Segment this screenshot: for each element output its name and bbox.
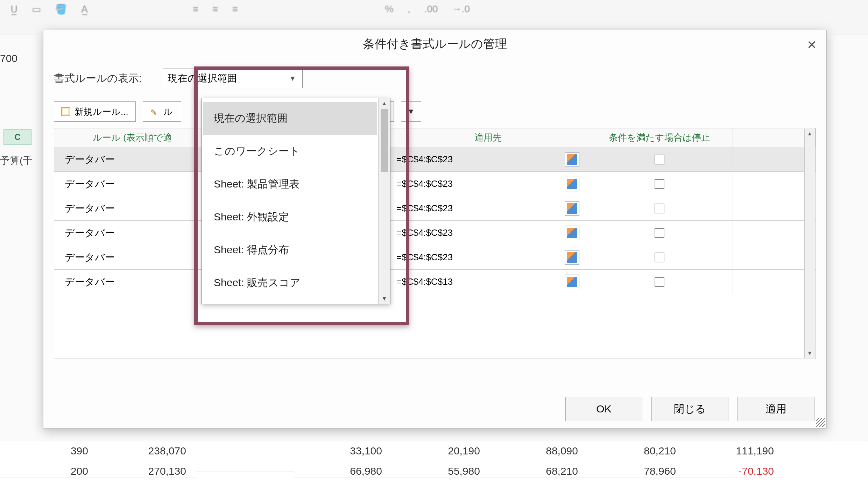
applies-to-cell[interactable]: =$C$4:$C$23 [390, 245, 586, 269]
border-icon: ▭ [32, 3, 41, 15]
fill-icon: 🪣 [55, 3, 67, 15]
header-applies-to: 適用先 [390, 128, 586, 147]
range-picker-icon[interactable] [565, 226, 579, 240]
table-row[interactable]: データバー =$C$4:$C$23 [54, 196, 816, 221]
align-left-icon: ≡ [193, 3, 198, 15]
header-spacer [733, 128, 816, 147]
close-icon[interactable]: ✕ [807, 38, 817, 52]
cell: 78,960 [588, 465, 686, 478]
resize-handle-icon[interactable] [816, 418, 825, 427]
scroll-thumb[interactable] [381, 109, 388, 172]
rules-toolbar: 新規ルール... ル ▲ ▼ [54, 101, 816, 122]
cell: -70,130 [686, 465, 784, 478]
stop-if-true-checkbox[interactable] [655, 253, 664, 262]
applies-to-cell[interactable]: =$C$4:$C$23 [390, 172, 586, 196]
range-picker-icon[interactable] [565, 177, 579, 191]
dropdown-item[interactable]: 現在の選択範囲 [203, 102, 377, 135]
sheet-rows: 390 238,070 33,100 20,190 88,090 80,210 … [0, 441, 868, 488]
range-picker-icon[interactable] [565, 275, 579, 289]
cell: 390 [0, 445, 98, 457]
range-picker-icon[interactable] [565, 250, 579, 265]
scroll-down-icon[interactable]: ▼ [807, 350, 813, 356]
stop-if-true-checkbox[interactable] [655, 228, 664, 238]
dropdown-list: 現在の選択範囲 このワークシート Sheet: 製品管理表 Sheet: 外観設… [202, 98, 378, 304]
table-row[interactable]: データバー =$C$4:$C$23 [54, 221, 816, 245]
range-picker-icon[interactable] [565, 201, 579, 216]
scroll-up-icon[interactable]: ▲ [382, 100, 387, 107]
table-row[interactable]: データバー =$C$4:$C$23 [54, 172, 816, 196]
show-rules-dropdown[interactable]: 現在の選択範囲 このワークシート Sheet: 製品管理表 Sheet: 外観設… [202, 98, 390, 304]
cell: 68,210 [490, 465, 588, 478]
align-right-icon: ≡ [232, 3, 238, 15]
cell-value: 700 [0, 52, 17, 64]
row-label: 予算(千 [0, 154, 38, 167]
rules-table: ルール (表示順で適 適用先 条件を満たす場合は停止 データバー =$C$4:$… [54, 128, 816, 359]
applies-to-cell[interactable]: =$C$4:$C$23 [390, 196, 586, 220]
dropdown-item[interactable]: このワークシート [203, 135, 377, 168]
applies-to-cell[interactable]: =$C$4:$C$23 [390, 147, 586, 171]
increase-decimal-icon: .00 [424, 3, 438, 15]
scroll-up-icon[interactable]: ▲ [807, 130, 813, 137]
range-text: =$C$4:$C$13 [396, 276, 453, 287]
comma-icon: , [408, 3, 410, 15]
range-text: =$C$4:$C$23 [396, 203, 453, 214]
cell: 270,130 [98, 465, 196, 478]
range-text: =$C$4:$C$23 [396, 178, 453, 189]
decrease-decimal-icon: →.0 [452, 3, 470, 15]
dropdown-item[interactable]: Sheet: 得点分布 [203, 233, 377, 266]
stop-if-true-checkbox[interactable] [655, 155, 664, 164]
applies-to-cell[interactable]: =$C$4:$C$13 [390, 270, 586, 294]
dropdown-item[interactable]: Sheet: 販売スコア [203, 266, 377, 299]
cell: 80,210 [588, 445, 686, 457]
new-rule-icon [61, 107, 70, 116]
apply-button[interactable]: 適用 [738, 397, 814, 421]
range-text: =$C$4:$C$23 [396, 252, 453, 263]
cell: 33,100 [294, 445, 392, 457]
range-text: =$C$4:$C$23 [396, 154, 453, 165]
table-scrollbar[interactable]: ▲ ▼ [804, 129, 815, 358]
cell: 200 [0, 465, 98, 478]
cell: 111,190 [686, 445, 784, 457]
show-rules-combo[interactable]: 現在の選択範囲 ▼ [163, 69, 303, 88]
stop-if-true-checkbox[interactable] [655, 179, 664, 189]
combo-value: 現在の選択範囲 [168, 72, 237, 85]
close-button[interactable]: 閉じる [651, 397, 728, 421]
edit-rule-label: ル [163, 106, 173, 118]
applies-to-cell[interactable]: =$C$4:$C$23 [390, 221, 586, 245]
scroll-down-icon[interactable]: ▼ [382, 296, 387, 302]
show-rules-label: 書式ルールの表示: [54, 71, 142, 86]
column-header-c: C [3, 129, 31, 145]
cell [196, 451, 294, 451]
table-row[interactable]: データバー =$C$4:$C$13 [54, 270, 816, 294]
cell: 88,090 [490, 445, 588, 457]
cell: 238,070 [98, 445, 196, 457]
dropdown-item[interactable]: Sheet: 製品管理表 [203, 168, 377, 200]
cell: 20,190 [392, 445, 490, 457]
cell: 66,980 [294, 465, 392, 478]
pencil-icon [150, 107, 159, 116]
dropdown-scrollbar[interactable]: ▲ ▼ [378, 98, 390, 304]
range-picker-icon[interactable] [565, 152, 579, 167]
stop-if-true-checkbox[interactable] [655, 204, 664, 213]
table-row[interactable]: データバー =$C$4:$C$23 [54, 245, 816, 270]
edit-rule-button[interactable]: ル [143, 101, 181, 122]
stop-if-true-checkbox[interactable] [655, 277, 664, 287]
dialog-footer: OK 閉じる 適用 [43, 390, 826, 428]
table-header: ルール (表示順で適 適用先 条件を満たす場合は停止 [54, 128, 816, 147]
dialog-title-bar: 条件付き書式ルールの管理 ✕ [43, 30, 826, 58]
chevron-down-icon[interactable]: ▼ [288, 75, 297, 83]
new-rule-label: 新規ルール... [75, 106, 128, 118]
header-stop-if-true: 条件を満たす場合は停止 [586, 128, 733, 147]
align-center-icon: ≡ [212, 3, 218, 15]
table-row[interactable]: データバー =$C$4:$C$23 [54, 147, 816, 172]
conditional-formatting-rules-manager-dialog: 条件付き書式ルールの管理 ✕ 書式ルールの表示: 現在の選択範囲 ▼ 新規ルール… [43, 30, 827, 429]
ok-button[interactable]: OK [565, 397, 642, 421]
range-text: =$C$4:$C$23 [396, 227, 453, 238]
font-color-icon: A̲ [81, 3, 88, 15]
cell [196, 471, 294, 472]
move-down-button[interactable]: ▼ [401, 101, 421, 122]
new-rule-button[interactable]: 新規ルール... [54, 101, 136, 122]
underline-icon: U̲ [10, 3, 18, 15]
dropdown-item[interactable]: Sheet: 外観設定 [203, 200, 377, 233]
cell: 55,980 [392, 465, 490, 478]
